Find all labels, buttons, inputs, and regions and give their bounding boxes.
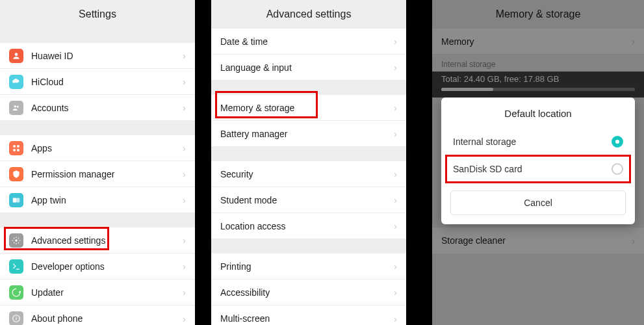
row-label: Battery manager	[220, 129, 394, 139]
row-student-mode[interactable]: Student mode ›	[211, 187, 406, 213]
option-label: SanDisk SD card	[453, 164, 612, 174]
accounts-icon	[9, 101, 23, 115]
row-label: Permission manager	[31, 169, 183, 179]
page-title: Advanced settings	[211, 0, 406, 29]
row-permission-manager[interactable]: Permission manager ›	[0, 161, 195, 187]
row-advanced-settings[interactable]: Advanced settings ›	[0, 228, 195, 254]
row-accessibility[interactable]: Accessibility ›	[211, 280, 406, 306]
svg-rect-7	[13, 198, 16, 202]
svg-rect-11	[16, 318, 16, 320]
row-label: Advanced settings	[31, 235, 183, 246]
chevron-right-icon: ›	[394, 36, 397, 47]
row-label: Language & input	[220, 62, 394, 73]
chevron-right-icon: ›	[394, 168, 397, 179]
chevron-right-icon: ›	[394, 194, 397, 205]
developer-icon	[9, 259, 23, 274]
row-location-access[interactable]: Location access ›	[211, 213, 406, 239]
app-twin-icon	[9, 193, 23, 207]
svg-rect-4	[17, 145, 19, 148]
option-internal-storage[interactable]: Internal storage	[441, 128, 635, 155]
updater-icon	[9, 285, 23, 300]
row-security[interactable]: Security ›	[211, 161, 406, 187]
cancel-button[interactable]: Cancel	[450, 190, 626, 215]
huawei-id-icon	[9, 49, 23, 63]
section-gap	[0, 121, 195, 135]
svg-rect-8	[16, 198, 19, 202]
settings-screen: Settings Huawei ID › HiCloud › Accounts …	[0, 0, 195, 325]
chevron-right-icon: ›	[183, 313, 186, 324]
row-label: Accessibility	[220, 287, 394, 298]
section-gap	[0, 213, 195, 228]
radio-unselected-icon	[612, 163, 623, 175]
advanced-settings-screen: Advanced settings Date & time › Language…	[211, 0, 406, 325]
svg-rect-3	[13, 145, 16, 148]
chevron-right-icon: ›	[183, 168, 186, 179]
apps-icon	[9, 141, 23, 155]
option-label: Internal storage	[453, 136, 612, 147]
row-label: Accounts	[31, 103, 183, 113]
svg-point-0	[15, 53, 18, 56]
chevron-right-icon: ›	[183, 102, 186, 113]
advanced-settings-icon	[9, 233, 23, 248]
permission-icon	[9, 167, 23, 181]
row-accounts[interactable]: Accounts ›	[0, 95, 195, 121]
row-huawei-id[interactable]: Huawei ID ›	[0, 43, 195, 69]
dialog-title: Default location	[441, 98, 635, 128]
svg-rect-5	[13, 149, 16, 151]
row-label: Updater	[31, 287, 183, 298]
chevron-right-icon: ›	[394, 261, 397, 272]
chevron-right-icon: ›	[183, 235, 186, 246]
chevron-right-icon: ›	[394, 128, 397, 139]
row-label: Multi-screen	[220, 313, 394, 324]
option-sandisk-sd-card[interactable]: SanDisk SD card	[441, 155, 635, 183]
radio-selected-icon	[612, 136, 623, 148]
row-label: Security	[220, 169, 394, 179]
chevron-right-icon: ›	[183, 50, 186, 61]
row-about-phone[interactable]: About phone ›	[0, 306, 195, 325]
chevron-right-icon: ›	[394, 102, 397, 113]
row-apps[interactable]: Apps ›	[0, 135, 195, 161]
chevron-right-icon: ›	[394, 220, 397, 231]
about-icon	[9, 311, 23, 325]
memory-storage-screen: Memory & storage Memory › Internal stora…	[432, 0, 644, 325]
chevron-right-icon: ›	[394, 287, 397, 298]
row-label: HiCloud	[31, 77, 183, 87]
svg-point-9	[15, 239, 18, 242]
row-multi-screen[interactable]: Multi-screen ›	[211, 306, 406, 325]
row-label: Memory & storage	[220, 103, 394, 113]
chevron-right-icon: ›	[183, 287, 186, 298]
row-label: Student mode	[220, 195, 394, 205]
row-developer-options[interactable]: Developer options ›	[0, 254, 195, 280]
row-date-time[interactable]: Date & time ›	[211, 29, 406, 55]
section-gap	[0, 29, 195, 43]
row-hicloud[interactable]: HiCloud ›	[0, 69, 195, 95]
row-label: Apps	[31, 143, 183, 153]
row-updater[interactable]: Updater ›	[0, 280, 195, 306]
svg-point-2	[17, 105, 19, 107]
hicloud-icon	[9, 75, 23, 89]
section-gap	[211, 239, 406, 254]
default-location-dialog: Default location Internal storage SanDis…	[441, 98, 635, 224]
row-language-input[interactable]: Language & input ›	[211, 55, 406, 81]
row-memory-storage[interactable]: Memory & storage ›	[211, 95, 406, 121]
chevron-right-icon: ›	[183, 76, 186, 87]
section-gap	[211, 81, 406, 95]
chevron-right-icon: ›	[183, 261, 186, 272]
chevron-right-icon: ›	[394, 62, 397, 73]
chevron-right-icon: ›	[183, 194, 186, 205]
svg-rect-12	[16, 317, 16, 317]
row-label: Huawei ID	[31, 51, 183, 61]
row-battery-manager[interactable]: Battery manager ›	[211, 121, 406, 147]
row-label: Date & time	[220, 36, 394, 47]
row-label: Printing	[220, 261, 394, 272]
section-gap	[211, 147, 406, 161]
chevron-right-icon: ›	[183, 142, 186, 153]
row-printing[interactable]: Printing ›	[211, 254, 406, 280]
row-label: Developer options	[31, 261, 183, 272]
row-label: App twin	[31, 195, 183, 205]
row-app-twin[interactable]: App twin ›	[0, 187, 195, 213]
chevron-right-icon: ›	[394, 313, 397, 324]
row-label: Location access	[220, 221, 394, 231]
svg-point-1	[14, 105, 17, 107]
page-title: Settings	[0, 0, 195, 29]
